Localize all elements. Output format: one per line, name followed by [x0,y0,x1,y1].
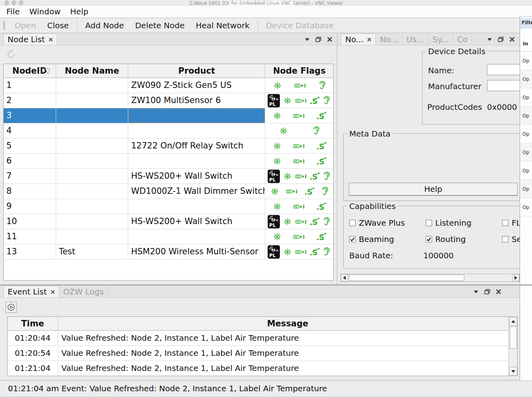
node-product-cell: HS-WS200+ Wall Switch [128,214,265,229]
svg-text:PL: PL [269,253,276,258]
checkbox-beaming[interactable]: Beaming [349,234,426,244]
checkbox-listening[interactable]: Listening [426,218,502,228]
node-row[interactable]: 8WD1000Z-1 Wall Dimmer SwitchS [4,184,333,199]
event-row[interactable]: 01:20:54Value Refreshed: Node 2, Instanc… [8,346,517,361]
node-table-body: 1ZW090 Z-Stick Gen5 US2ZW100 MultiSensor… [4,78,333,259]
help-button[interactable]: Help [349,183,518,196]
node-flags-cell: ZwPLS [265,214,333,229]
tab-node-list-label: Node List [8,35,45,44]
close-icon[interactable] [509,37,515,42]
float-window-icon[interactable] [484,289,490,295]
checkbox-unchecked-icon[interactable] [426,220,432,226]
name-field[interactable] [487,64,520,75]
close-icon[interactable] [49,37,53,42]
scroll-up-icon[interactable] [509,317,517,326]
tab-event-0[interactable]: Event List [3,286,59,297]
delete-node-button[interactable]: Delete Node [129,19,190,32]
node-row[interactable]: 7HS-WS200+ Wall SwitchZwPLS [4,169,333,184]
float-window-icon[interactable] [315,37,321,42]
chevron-down-icon[interactable] [487,38,492,41]
scroll-left-icon[interactable] [341,274,348,281]
tab-event-1[interactable]: OZW Logs [59,286,108,297]
node-row[interactable]: 512722 On/Off Relay SwitchS [4,139,333,154]
tab-node-info-3[interactable]: Sy... [428,33,453,45]
horizontal-scrollbar[interactable] [340,274,520,282]
node-flags-cell: ZwPLS [265,244,333,259]
column-header-node-name[interactable]: Node Name [56,64,129,78]
node-row[interactable]: 2ZW100 MultiSensor 6ZwPLS [4,93,333,108]
event-table-body: 01:20:44Value Refreshed: Node 2, Instanc… [8,331,517,376]
menu-window[interactable]: Window [24,6,65,18]
node-row[interactable]: 13TestHSM200 Wireless Multi-SensorZwPLS [4,244,333,259]
checkbox-routing[interactable]: Routing [426,234,502,244]
open-button[interactable]: Open [9,19,41,32]
tab-label: No... [345,35,364,44]
checkbox-checked-icon[interactable] [426,236,432,242]
checkbox-zwave-plus[interactable]: ZWave Plus [349,218,426,228]
scrollbar-thumb[interactable] [510,326,517,349]
scroll-right-icon[interactable] [512,274,519,281]
checkbox-checked-icon[interactable] [349,236,356,242]
close-icon[interactable] [496,289,501,295]
refresh-icon[interactable] [6,49,17,61]
close-icon[interactable] [327,37,332,42]
column-header-node-flags[interactable]: Node Flags [265,64,333,78]
checkbox-unchecked-icon[interactable] [349,220,356,226]
tab-node-info-0[interactable]: No... [341,33,376,45]
filter-label[interactable]: Filter [520,18,532,28]
scroll-down-icon[interactable] [509,367,517,375]
node-row[interactable]: 10HS-WS200+ Wall SwitchZwPLS [4,214,333,229]
node-id-cell: 8 [4,184,56,199]
baud-rate-label: Baud Rate: [349,251,393,260]
strip-column-header: In [520,36,532,52]
node-row[interactable]: 3S [4,108,333,123]
column-header-nodeid[interactable]: NodeID [4,64,56,78]
close-icon[interactable] [51,290,55,294]
node-row[interactable]: 4 [4,123,333,139]
checkbox-fl[interactable]: FL [502,218,520,228]
security-icon: S [316,156,327,166]
menu-help[interactable]: Help [65,6,93,18]
tab-node-list[interactable]: Node List [3,33,57,45]
node-table-header: NodeID Node Name Product Node Flags [4,64,333,78]
chevron-down-icon[interactable] [305,38,310,41]
listening-icon [272,202,282,211]
close-icon[interactable] [367,37,372,42]
checkbox-label: Beaming [359,234,394,244]
float-window-icon[interactable] [498,37,504,42]
toolbar-drag-handle[interactable] [3,21,5,30]
column-header-time[interactable]: Time [8,317,58,330]
event-row[interactable]: 01:20:44Value Refreshed: Node 2, Instanc… [8,331,517,346]
event-time-cell: 01:20:44 [8,331,58,346]
node-flags-cell [265,123,333,139]
node-name-cell [56,139,129,154]
tab-node-info-2[interactable]: Us... [403,33,428,45]
zwave-plus-icon: ZwPL [268,170,280,183]
heal-network-button[interactable]: Heal Network [190,19,255,32]
vertical-scrollbar[interactable] [509,317,517,376]
toolbar-separator [258,20,258,31]
column-header-product[interactable]: Product [128,64,265,78]
menu-file[interactable]: File [2,6,24,18]
beaming-icon [286,188,298,195]
checkbox-se[interactable]: Se [502,234,520,244]
node-row[interactable]: 11S [4,229,333,244]
event-message-cell: Value Refreshed: Node 2, Instance 1, Lab… [58,331,517,346]
manufacturer-field[interactable] [487,80,520,91]
node-row[interactable]: 9S [4,199,333,214]
checkbox-unchecked-icon[interactable] [502,220,509,226]
tab-node-info-4[interactable]: Co [453,33,472,45]
chevron-down-icon[interactable] [473,290,479,294]
add-node-button[interactable]: Add Node [80,19,129,32]
close-button[interactable]: Close [41,19,74,32]
capabilities-checkboxes: ZWave PlusListeningFLBeamingRoutingSe [349,218,520,244]
scrollbar-thumb[interactable] [349,275,464,281]
event-row[interactable]: 01:21:04Value Refreshed: Node 2, Instanc… [8,361,517,376]
column-header-message[interactable]: Message [58,317,517,330]
pause-events-button[interactable] [6,302,17,313]
node-row[interactable]: 6S [4,154,333,169]
checkbox-unchecked-icon[interactable] [502,236,509,242]
tab-node-info-1[interactable]: No... [376,33,403,45]
node-row[interactable]: 1ZW090 Z-Stick Gen5 US [4,78,333,93]
device-database-button[interactable]: Device Database [260,19,339,32]
